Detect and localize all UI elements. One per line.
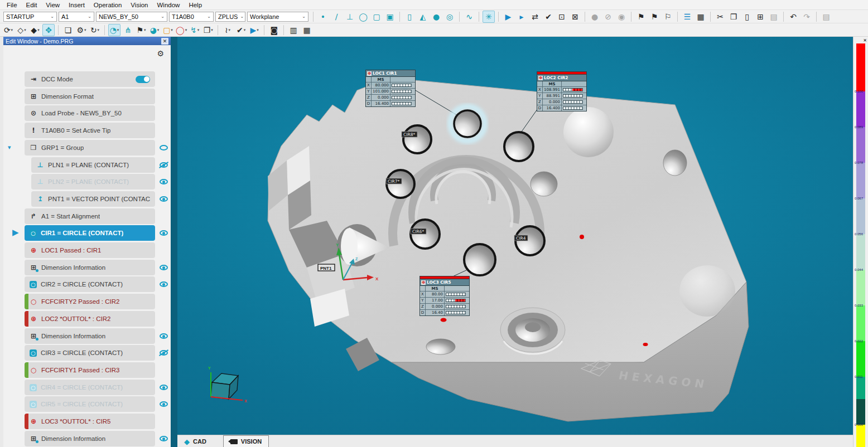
tag-cir7[interactable]: CIR7*: [386, 178, 402, 184]
continue-execution-icon[interactable]: ◉: [615, 11, 628, 23]
panel-splitter[interactable]: [171, 37, 177, 447]
eye-visible-icon[interactable]: [160, 265, 168, 270]
print-icon[interactable]: ▤: [820, 11, 832, 23]
execute-program-icon[interactable]: ▶: [502, 11, 514, 23]
pan-view-icon[interactable]: ✥: [42, 24, 55, 36]
close-icon[interactable]: ✕: [161, 38, 168, 45]
snapshot-icon[interactable]: ◙: [268, 24, 280, 36]
command-mode-icon[interactable]: ▦: [695, 11, 707, 23]
menu-operation[interactable]: Operation: [89, 1, 127, 9]
tree-item-fcfcirty1-passed-cir3[interactable]: ○FCFCIRTY1 Passed : CIR3: [25, 362, 155, 378]
orientation-cube[interactable]: Y X: [208, 366, 247, 403]
tree-item-loc3-outtol-cir5[interactable]: ⊕LOC3 *OUTTOL* : CIR5: [25, 414, 155, 429]
change-mode-icon[interactable]: ⇄: [529, 11, 541, 23]
tree-item-load-probe-new5-by-50[interactable]: ⊙Load Probe - NEW5_BY_50: [25, 105, 155, 121]
tree-item-dimension-information[interactable]: ⊞Dimension Information: [25, 328, 155, 344]
cir8-feature[interactable]: [403, 125, 431, 153]
dimension-label-loc1-cir1[interactable]: ⊕LOC1 CIR1MSX80.000Y101.000Z0.000D16.400: [365, 70, 416, 107]
bookmark-clear-icon[interactable]: ⚐: [662, 11, 674, 23]
execute-from-cursor-icon[interactable]: ▸: [515, 11, 528, 23]
tree-item-grp1-group[interactable]: ❒GRP1 = Group: [25, 140, 155, 156]
dropdown-alignment[interactable]: A1⌄: [59, 12, 94, 22]
c5-feature[interactable]: [464, 244, 495, 275]
sphere-feature-icon[interactable]: ●: [430, 11, 442, 23]
eye-visible-icon[interactable]: [160, 179, 168, 184]
eye-visible-icon[interactable]: [160, 230, 168, 236]
cone-feature-icon[interactable]: ◭: [417, 11, 429, 23]
tree-item-cir5-circle-contact[interactable]: ○CIR5 = CIRCLE (CONTACT): [25, 396, 155, 412]
sphere-mode-icon[interactable]: ◕▾: [148, 24, 161, 36]
menu-view[interactable]: View: [41, 1, 64, 9]
tree-item-pnt1-vector-point-contact[interactable]: ↥PNT1 = VECTOR POINT (CONTACT): [31, 191, 155, 207]
comment-icon[interactable]: ❏: [62, 24, 74, 36]
paste-special-icon[interactable]: ⊞: [754, 11, 766, 23]
tree-item-dcc-mode[interactable]: ⇥DCC Mode: [25, 71, 155, 87]
rotate-part-icon[interactable]: ↻▾: [89, 24, 101, 36]
eye-visible-icon[interactable]: [160, 436, 168, 441]
tag-cir8[interactable]: CIR8*: [402, 132, 417, 137]
menu-edit[interactable]: Edit: [22, 1, 42, 9]
auto-feature-icon[interactable]: ✳: [483, 11, 495, 23]
wireframe-view-icon[interactable]: ◇▾: [16, 24, 28, 36]
cylinder-feature-icon[interactable]: ▯: [403, 11, 416, 23]
tree-item-dimension-information[interactable]: ⊞Dimension Information: [25, 431, 155, 446]
eye-visible-icon[interactable]: [160, 281, 168, 287]
menu-vision[interactable]: Vision: [126, 1, 152, 9]
menu-window[interactable]: Window: [152, 1, 184, 9]
eye-visible-icon[interactable]: [160, 385, 168, 390]
bookmark-icon[interactable]: ⚑: [635, 11, 647, 23]
summary-mode-icon[interactable]: ☰: [681, 11, 693, 23]
solid-view-icon[interactable]: ◆▾: [29, 24, 41, 36]
round-slot-feature-icon[interactable]: ▢: [370, 11, 383, 23]
expand-caret-icon[interactable]: ▾: [8, 144, 11, 150]
eye-visible-icon[interactable]: [160, 196, 168, 202]
tree-item-t1a0b0-set-active-tip[interactable]: !T1A0B0 = Set Active Tip: [25, 123, 155, 138]
cad-view[interactable]: HEXAGON: [177, 37, 853, 435]
dropdown-startup[interactable]: STARTUP⌄: [3, 12, 57, 22]
curve-feature-icon[interactable]: ∿: [463, 11, 475, 23]
tab-vision[interactable]: VISION: [223, 435, 269, 447]
dcc-mode-toggle[interactable]: [136, 76, 150, 83]
tree-item-loc1-passed-cir1[interactable]: ⊕LOC1 Passed : CIR1: [25, 242, 155, 258]
quick-feature-icon[interactable]: ↯▾: [189, 24, 201, 36]
tree-item-cir4-circle-contact[interactable]: ○CIR4 = CIRCLE (CONTACT): [25, 380, 155, 395]
eye-visible-icon[interactable]: [160, 145, 168, 150]
measurement-strategy-icon[interactable]: ≀▾: [221, 24, 234, 36]
square-slot-feature-icon[interactable]: ▣: [384, 11, 396, 23]
eye-visible-icon[interactable]: [160, 333, 168, 339]
cut-icon[interactable]: ✂: [714, 11, 726, 23]
menu-insert[interactable]: Insert: [64, 1, 89, 9]
menu-help[interactable]: Help: [184, 1, 206, 9]
close-icon[interactable]: ✕: [863, 38, 867, 43]
point-feature-icon[interactable]: •: [317, 11, 329, 23]
copy-icon[interactable]: ❐: [727, 11, 740, 23]
dimension-label-loc2-cir2[interactable]: ⊕LOC2 CIR2MSX108.991Y88.991Z0.000D16.400: [537, 71, 587, 111]
undo-icon[interactable]: ↶: [787, 11, 799, 23]
redo-icon[interactable]: ↷: [801, 11, 813, 23]
edit-window-titlebar[interactable]: Edit Window - Demo.PRG ✕: [3, 37, 171, 45]
clipboard-icon[interactable]: ▤: [768, 11, 780, 23]
accept-icon[interactable]: ✔▾: [235, 24, 247, 36]
gage-circle-icon[interactable]: ◯▾: [175, 24, 187, 36]
tree-item-cir3-circle-contact[interactable]: ○CIR3 = CIRCLE (CONTACT): [25, 345, 155, 361]
marked-sets-icon[interactable]: ⊡: [556, 11, 568, 23]
probe-vectors-icon[interactable]: ⋔: [122, 24, 134, 36]
dropdown-workplane-axis[interactable]: ZPLUS⌄: [215, 12, 245, 22]
tree-item-fcfcirty2-passed-cir2[interactable]: ○FCFCIRTY2 Passed : CIR2: [25, 294, 155, 309]
circle-feature-icon[interactable]: ◯: [357, 11, 369, 23]
dropdown-tip[interactable]: T1A0B0⌄: [169, 12, 214, 22]
tree-item-loc2-outtol-cir2[interactable]: ⊕LOC2 *OUTTOL* : CIR2: [25, 311, 155, 327]
tree-item-pln2-plane-contact[interactable]: ⊥PLN2 = PLANE (CONTACT): [31, 174, 155, 190]
cir1-feature[interactable]: [454, 110, 481, 137]
execute-feature-icon[interactable]: ▶▾: [248, 24, 261, 36]
multiple-copy-icon[interactable]: ❐▾: [202, 24, 214, 36]
bookmark-insert-icon[interactable]: ⚑: [648, 11, 660, 23]
eye-visible-icon[interactable]: [160, 401, 168, 407]
tree-item-dimension-information[interactable]: ⊞Dimension Information: [25, 260, 155, 275]
tree-item-cir1-circle-contact[interactable]: ○CIR1 = CIRCLE (CONTACT): [25, 225, 155, 241]
tree-item-cir2-circle-contact[interactable]: ○CIR2 = CIRCLE (CONTACT): [25, 276, 155, 292]
paste-icon[interactable]: ▯: [741, 11, 753, 23]
graphic-report-icon[interactable]: ▦: [301, 24, 313, 36]
tag-cir6[interactable]: CIR6*: [411, 229, 426, 234]
optimize-path-icon[interactable]: ⚙▾: [75, 24, 88, 36]
